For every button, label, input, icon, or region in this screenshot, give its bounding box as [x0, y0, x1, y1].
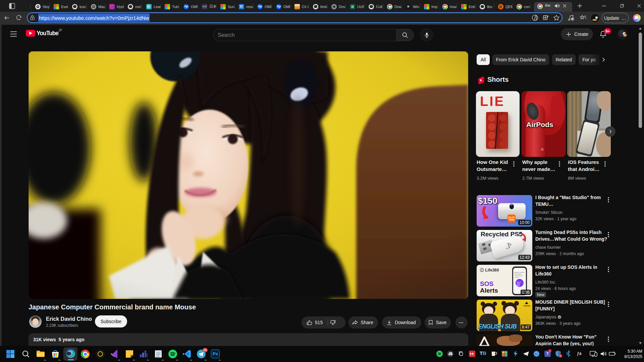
svg-text:mouse: mouse — [524, 305, 530, 307]
